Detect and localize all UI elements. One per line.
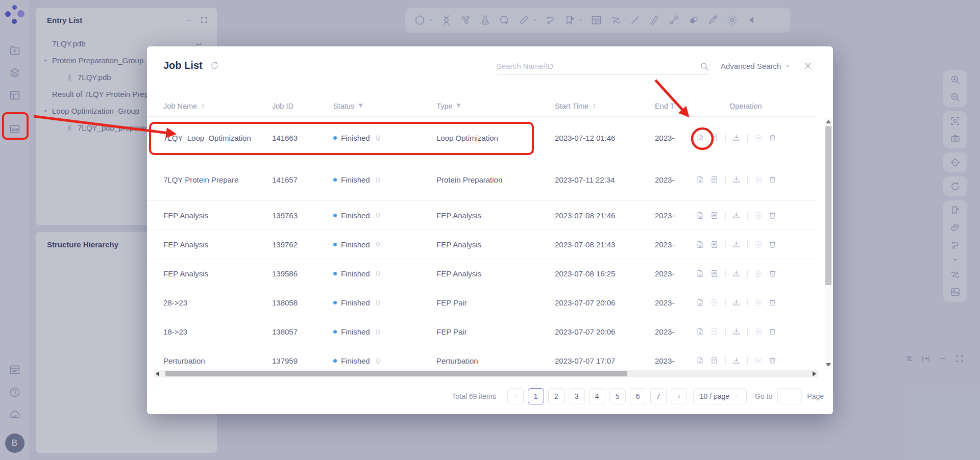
cell-name: FEP Analysis [163,240,272,249]
filter-icon[interactable] [357,103,364,109]
page-button-2[interactable]: 2 [548,388,565,404]
view-result-icon[interactable] [696,327,704,336]
bell-icon[interactable] [374,134,382,142]
goto-page-input[interactable] [777,388,802,404]
horizontal-scrollbar-thumb[interactable] [165,371,627,376]
scroll-left-arrow[interactable] [156,371,159,376]
page-button-4[interactable]: 4 [589,388,605,404]
search-input[interactable] [497,62,700,70]
refresh-icon[interactable] [210,61,219,70]
cell-id: 141657 [272,175,333,184]
filter-icon[interactable] [455,103,462,109]
divider [747,176,748,184]
download-icon[interactable] [732,269,741,278]
scroll-right-arrow[interactable] [813,371,816,376]
column-header-job-name[interactable]: Job Name [163,102,272,110]
bell-icon[interactable] [374,270,382,277]
status-dot [333,272,337,275]
view-result-icon[interactable] [696,269,704,278]
table-row[interactable]: Perturbation137959FinishedPerturbation20… [147,346,817,370]
view-result-icon[interactable] [696,356,704,365]
bell-icon[interactable] [374,212,382,219]
view-log-icon[interactable] [710,298,719,307]
download-icon[interactable] [732,298,741,307]
delete-icon[interactable] [768,356,777,365]
advanced-search-toggle[interactable]: Advanced Search [721,62,790,70]
bell-icon[interactable] [374,357,382,365]
table-row[interactable]: FEP Analysis139762FinishedFEP Analysis20… [147,230,817,259]
download-icon[interactable] [732,327,741,336]
sort-icon[interactable] [592,102,597,110]
table-row[interactable]: 18->23138057FinishedFEP Pair2023-07-07 2… [147,317,817,346]
scroll-down-arrow[interactable] [826,363,831,367]
view-result-icon[interactable] [696,298,704,307]
delete-icon[interactable] [768,327,777,336]
download-icon[interactable] [732,356,741,365]
app-root: JOB B Entry List 7LQY.pdbProtein Pre [0,0,980,460]
cell-start: 2023-07-11 22:34 [555,175,655,184]
page-size-select[interactable]: 10 / page [693,388,747,404]
next-page-button[interactable] [671,388,687,404]
bell-icon[interactable] [374,176,382,184]
view-log-icon[interactable] [710,327,719,336]
cell-operation [675,317,817,346]
view-result-icon[interactable] [696,240,704,249]
prev-page-button[interactable] [507,388,524,404]
search-icon[interactable] [700,62,709,71]
table-row[interactable]: FEP Analysis139763FinishedFEP Analysis20… [147,201,817,230]
download-icon[interactable] [732,211,741,220]
delete-icon[interactable] [768,175,777,184]
divider [747,328,748,336]
download-icon[interactable] [732,240,741,249]
page-button-7[interactable]: 7 [650,388,667,404]
vertical-scrollbar-thumb[interactable] [825,126,831,285]
page-button-5[interactable]: 5 [609,388,626,404]
page-button-6[interactable]: 6 [630,388,646,404]
view-log-icon[interactable] [710,269,719,278]
column-header-status[interactable]: Status [333,102,436,110]
cell-type: FEP Analysis [436,211,555,220]
horizontal-scrollbar[interactable] [154,370,818,377]
delete-icon[interactable] [768,298,777,307]
scroll-up-arrow[interactable] [826,120,831,123]
view-log-icon[interactable] [710,240,719,249]
view-log-icon[interactable] [710,175,719,184]
table-row[interactable]: FEP Analysis139586FinishedFEP Analysis20… [147,259,817,288]
divider [725,134,726,142]
bell-icon[interactable] [374,328,382,336]
view-result-icon[interactable] [696,175,704,184]
table-row-highlighted[interactable]: 7LQY_Loop_Optimization141663FinishedLoop… [147,117,817,159]
view-result-icon[interactable] [696,211,704,220]
cell-type: Loop Optimization [436,134,555,142]
stop-job-icon [754,269,763,278]
stop-job-icon [754,211,763,220]
column-label: Type [436,102,452,110]
table-row[interactable]: 7LQY Protein Prepare141657FinishedProtei… [147,159,817,201]
view-log-icon[interactable] [710,134,719,142]
page-button-3[interactable]: 3 [569,388,585,404]
sort-icon[interactable] [200,102,206,110]
vertical-scrollbar[interactable] [825,118,832,369]
view-log-icon[interactable] [710,356,719,365]
cell-status: Finished [333,134,436,142]
download-icon[interactable] [732,134,741,142]
column-header-type[interactable]: Type [436,102,555,110]
column-header-end-time: End Time [655,102,675,110]
page-button-1[interactable]: 1 [528,388,544,404]
close-modal-button[interactable] [803,61,813,71]
download-icon[interactable] [732,175,741,184]
delete-icon[interactable] [768,211,777,220]
divider [725,357,726,365]
view-result-icon[interactable] [696,134,704,142]
cell-name: 7LQY_Loop_Optimization [163,134,272,142]
view-log-icon[interactable] [710,211,719,220]
cell-start: 2023-07-12 01:46 [555,134,655,142]
cell-operation [675,259,817,288]
table-row[interactable]: 28->23138058FinishedFEP Pair2023-07-07 2… [147,288,817,317]
bell-icon[interactable] [374,241,382,248]
delete-icon[interactable] [768,269,777,278]
delete-icon[interactable] [768,134,777,142]
bell-icon[interactable] [374,299,382,306]
column-header-start-time[interactable]: Start Time [555,102,655,110]
delete-icon[interactable] [768,240,777,249]
